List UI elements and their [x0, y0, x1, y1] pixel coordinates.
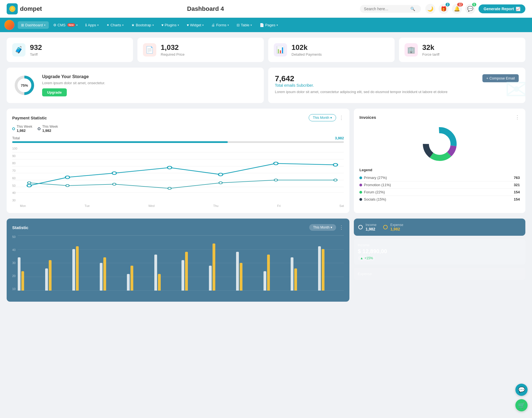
plugins-icon: ♥ [162, 23, 164, 27]
navbar: ⊞ Dashboard ▾ ⚙ CMS New ▾ ℹ Apps ▾ ✦ Cha… [0, 18, 532, 32]
bar-group [318, 246, 344, 291]
search-input[interactable] [364, 7, 408, 11]
payment-line-chart [12, 147, 344, 202]
payment-header: Payment Statistic This Month ▾ ⋮ [12, 114, 344, 121]
list-item: Forum (22%) 154 [359, 189, 520, 196]
svg-point-21 [274, 179, 278, 181]
invoices-header: Invoices ⋮ [359, 114, 520, 120]
payment-progress-bar [12, 141, 344, 143]
storage-info: Upgrade Your Storage Lorem ipsum dolor s… [42, 74, 105, 96]
cms-icon: ⚙ [53, 23, 57, 27]
storage-title: Upgrade Your Storage [42, 74, 105, 79]
svg-point-12 [167, 166, 172, 169]
total-value: 3,982 [335, 136, 344, 140]
sidebar-item-table[interactable]: ⊟ Table ▾ [233, 21, 255, 29]
bar-group [72, 246, 98, 291]
sidebar-item-apps[interactable]: ℹ Apps ▾ [82, 21, 102, 29]
svg-point-17 [66, 184, 69, 187]
svg-point-18 [112, 183, 116, 185]
bar-group [264, 255, 290, 291]
sidebar-item-widget[interactable]: ♥ Widget ▾ [183, 21, 207, 29]
generate-report-button[interactable]: Generate Report 📈 [479, 4, 525, 13]
svg-point-19 [168, 187, 171, 189]
legend-dot-teal [12, 127, 15, 130]
statistic-bars [18, 235, 344, 296]
dashboard-icon: ⊞ [21, 23, 24, 27]
forms-icon: 🖨 [211, 23, 215, 27]
sidebar-item-plugins[interactable]: ♥ Plugins ▾ [158, 21, 182, 29]
stat-cards-row: 🧳 932 Tariff 📄 1,032 Required Price 📊 10… [7, 38, 525, 62]
pages-chevron-icon: ▾ [277, 24, 278, 27]
sidebar-item-forms[interactable]: 🖨 Forms ▾ [208, 21, 232, 29]
chat-button[interactable]: 💬 5 [465, 4, 475, 14]
list-item: Socials (15%) 154 [359, 196, 520, 203]
income-stat-item: Income 1,982 [358, 223, 376, 231]
statistic-income-expense: Income 1,982 Expense 1,982 [354, 219, 525, 236]
header: 🪙 dompet Dashboard 4 🔍 🌙 🎁 2 🔔 12 💬 5 Ge… [0, 0, 532, 18]
middle-row: 75% Upgrade Your Storage Lorem ipsum dol… [7, 68, 525, 103]
moon-button[interactable]: 🌙 [425, 4, 435, 14]
detailed-payments-info: 102k Detalled Payments [291, 43, 322, 57]
force-tariff-value: 32k [422, 43, 439, 52]
statistic-more-options-button[interactable]: ⋮ [339, 224, 344, 230]
expense-circle-icon [383, 225, 388, 229]
table-icon: ⊟ [237, 23, 240, 27]
email-count: 7,642 [275, 74, 447, 83]
list-item: Primary (27%) 763 [359, 174, 520, 181]
invoices-donut-chart [359, 125, 520, 163]
search-icon: 🔍 [410, 7, 415, 11]
gift-button[interactable]: 🎁 2 [439, 4, 449, 14]
email-card-top: 7,642 Total emails Subcriber. Lorem ipsu… [275, 74, 519, 94]
svg-point-13 [218, 173, 222, 176]
apps-icon: ℹ [85, 23, 87, 27]
search-area: 🔍 [360, 5, 421, 13]
sidebar-item-bootstrap[interactable]: ★ Bootstrap ▾ [128, 21, 157, 29]
this-month-filter-button[interactable]: This Month ▾ [309, 114, 336, 121]
bar-group [236, 252, 262, 291]
primary-value: 763 [514, 176, 520, 180]
dashboard-chevron-icon: ▾ [44, 24, 45, 27]
payment-title: Payment Statistic [12, 116, 47, 120]
upgrade-button[interactable]: Upgrade [42, 88, 67, 96]
logo-area: 🪙 dompet [7, 3, 51, 14]
charts-icon: ✦ [106, 23, 109, 27]
header-icons: 🌙 🎁 2 🔔 12 💬 5 Generate Report 📈 [425, 4, 525, 14]
forum-value: 154 [514, 190, 520, 194]
forum-color-dot [359, 191, 362, 194]
plugins-chevron-icon: ▾ [178, 24, 179, 27]
statistic-filter-chevron-icon: ▾ [331, 225, 332, 229]
payment-card: Payment Statistic This Month ▾ ⋮ This We… [7, 109, 349, 213]
sidebar-item-dashboard[interactable]: ⊞ Dashboard ▾ [18, 21, 49, 29]
statistic-month-filter-button[interactable]: This Month ▾ [309, 224, 336, 231]
charts-row: Payment Statistic This Month ▾ ⋮ This We… [7, 109, 525, 213]
email-card: 7,642 Total emails Subcriber. Lorem ipsu… [268, 68, 525, 103]
payment-y-axis: 100 90 80 70 60 50 40 30 [12, 147, 18, 207]
statistic-title: Statistic [12, 225, 28, 230]
page-title: Dashboard 4 [55, 5, 355, 12]
sidebar-item-cms[interactable]: ⚙ CMS New ▾ [50, 21, 81, 29]
income-detail-amount: $ 12,890,00 [358, 248, 521, 255]
detailed-payments-icon: 📊 [274, 43, 287, 57]
storage-card: 75% Upgrade Your Storage Lorem ipsum dol… [7, 68, 264, 103]
sidebar-item-pages[interactable]: 📄 Pages ▾ [256, 21, 281, 29]
required-price-icon: 📄 [143, 43, 156, 57]
svg-point-15 [333, 163, 337, 166]
sidebar-item-charts[interactable]: ✦ Charts ▾ [103, 21, 127, 29]
email-bg-icon: ✉ [505, 73, 525, 103]
cms-chevron-icon: ▾ [76, 24, 78, 27]
apps-chevron-icon: ▾ [97, 24, 99, 27]
stat-card-force-tariff: 🏢 32k Force tariff [399, 38, 525, 62]
income-change-badge: ▲ +15% [358, 256, 375, 261]
bar-group [100, 257, 126, 291]
chat-badge: 5 [472, 3, 477, 6]
statistic-card: Statistic This Month ▾ ⋮ 50 40 30 20 10 [7, 219, 349, 302]
income-detail-box: Income $ 12,890,00 ▲ +15% [354, 239, 525, 265]
invoices-more-options-button[interactable]: ⋮ [515, 114, 520, 120]
storage-description: Lorem ipsum dolor sit amet, onsectetur. [42, 81, 105, 85]
email-info: 7,642 Total emails Subcriber. Lorem ipsu… [275, 74, 447, 94]
logo-icon: 🪙 [7, 3, 18, 14]
expense-detail-label: Expense [358, 272, 521, 276]
payment-more-options-button[interactable]: ⋮ [339, 115, 344, 121]
filter-chevron-icon: ▾ [330, 116, 332, 120]
bell-button[interactable]: 🔔 12 [452, 4, 462, 14]
